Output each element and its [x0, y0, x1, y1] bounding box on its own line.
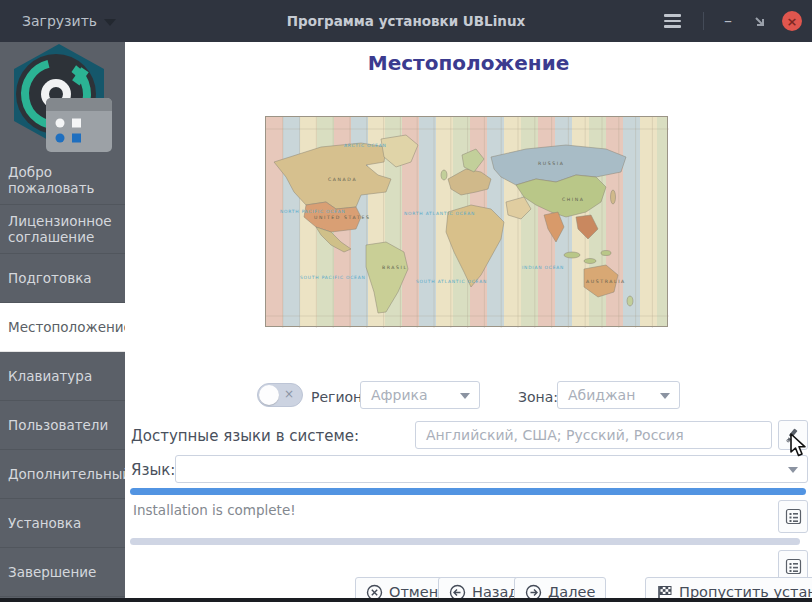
toggle-knob: [259, 385, 279, 405]
details-list-icon: [785, 558, 802, 575]
map-label-australia: AUSTRALIA: [586, 279, 626, 284]
show-install-log-button[interactable]: [778, 500, 808, 533]
secondary-progress-bar: [130, 538, 800, 545]
zone-label: Зона:: [518, 389, 558, 405]
main-content: Местоположение: [125, 42, 812, 598]
window-controls: – ×: [658, 0, 802, 42]
checkered-flag-icon: [656, 584, 673, 599]
screen-bottom-edge: [0, 598, 812, 602]
sidebar-item-welcome[interactable]: Добро пожаловать: [0, 156, 125, 205]
region-value: Африка: [371, 387, 428, 403]
sidebar-item-finish[interactable]: Завершение: [0, 548, 125, 597]
zone-value: Абиджан: [568, 387, 635, 403]
region-select[interactable]: Африка: [360, 381, 480, 409]
titlebar-separator: [703, 12, 704, 30]
toggle-off-icon: ×: [284, 387, 294, 401]
ublinux-logo: [0, 42, 125, 156]
skip-install-button[interactable]: Пропустить установку: [645, 577, 812, 598]
timezone-map[interactable]: CANADA UNITED STATES RUSSIA CHINA BRASIL…: [265, 116, 668, 327]
restore-button[interactable]: [752, 14, 766, 28]
map-label-south-atlantic: SOUTH ATLANTIC OCEAN: [416, 279, 487, 284]
sidebar-item-location[interactable]: Местоположение: [0, 303, 125, 352]
close-icon: ×: [787, 15, 798, 28]
map-label-brasil: BRASIL: [382, 265, 408, 270]
edit-languages-button[interactable]: [778, 420, 808, 450]
restore-icon: [752, 14, 766, 28]
map-label-north-atlantic: NORTH ATLANTIC OCEAN: [404, 211, 475, 216]
arrow-left-circle-icon: [449, 584, 466, 599]
page-title: Местоположение: [125, 51, 812, 75]
sidebar-item-users[interactable]: Пользователи: [0, 401, 125, 450]
sidebar-item-preparation[interactable]: Подготовка: [0, 254, 125, 303]
zone-select[interactable]: Абиджан: [557, 381, 680, 409]
map-label-south-pacific: SOUTH PACIFIC OCEAN: [300, 275, 366, 280]
sidebar-item-additional[interactable]: Дополнительный: [0, 450, 125, 499]
language-label: Язык:: [131, 461, 175, 479]
installer-window: Загрузить Программа установки UBLinux – …: [0, 0, 812, 602]
cancel-circle-icon: [366, 584, 383, 599]
install-progress-bar: [130, 488, 806, 495]
download-menu-button[interactable]: Загрузить: [22, 0, 116, 42]
manual-location-toggle[interactable]: ×: [257, 383, 303, 407]
map-label-indian-ocean: INDIAN OCEAN: [522, 265, 564, 270]
next-button[interactable]: Далее: [514, 577, 606, 598]
download-menu-label: Загрузить: [22, 13, 97, 29]
pencil-icon: [785, 427, 801, 443]
sidebar-item-license[interactable]: Лицензионное соглашение: [0, 205, 125, 254]
status-text: Installation is complete!: [133, 502, 296, 518]
map-label-usa: UNITED STATES: [314, 215, 370, 220]
languages-label: Доступные языки в системе:: [131, 427, 359, 445]
sidebar-item-installation[interactable]: Установка: [0, 499, 125, 548]
next-label: Далее: [548, 584, 595, 598]
arrow-right-circle-icon: [525, 584, 542, 599]
languages-input[interactable]: Английский, США; Русский, Россия: [415, 421, 772, 449]
chevron-down-icon: [660, 393, 670, 399]
hamburger-menu-icon[interactable]: [658, 10, 687, 32]
log-list-icon: [785, 508, 802, 525]
map-label-canada: CANADA: [328, 177, 357, 182]
chevron-down-icon: [460, 393, 470, 399]
sidebar-item-keyboard[interactable]: Клавиатура: [0, 352, 125, 401]
close-button[interactable]: ×: [782, 11, 802, 31]
map-label-russia: RUSSIA: [538, 161, 564, 166]
chevron-down-icon: [104, 19, 116, 26]
skip-install-label: Пропустить установку: [679, 584, 812, 598]
back-label: Назад: [472, 584, 518, 598]
map-label-north-pacific: NORTH PACIFIC OCEAN: [280, 209, 346, 214]
language-select[interactable]: [175, 455, 808, 483]
map-label-china: CHINA: [562, 197, 585, 202]
map-label-arctic-ocean: ARCTIC OCEAN: [344, 143, 387, 148]
sidebar: Добро пожаловать Лицензионное соглашение…: [0, 42, 125, 598]
chevron-down-icon: [788, 467, 798, 473]
titlebar: Загрузить Программа установки UBLinux – …: [0, 0, 812, 42]
languages-value: Английский, США; Русский, Россия: [426, 427, 684, 443]
minimize-button[interactable]: –: [720, 16, 736, 26]
region-label: Регион:: [311, 389, 367, 405]
